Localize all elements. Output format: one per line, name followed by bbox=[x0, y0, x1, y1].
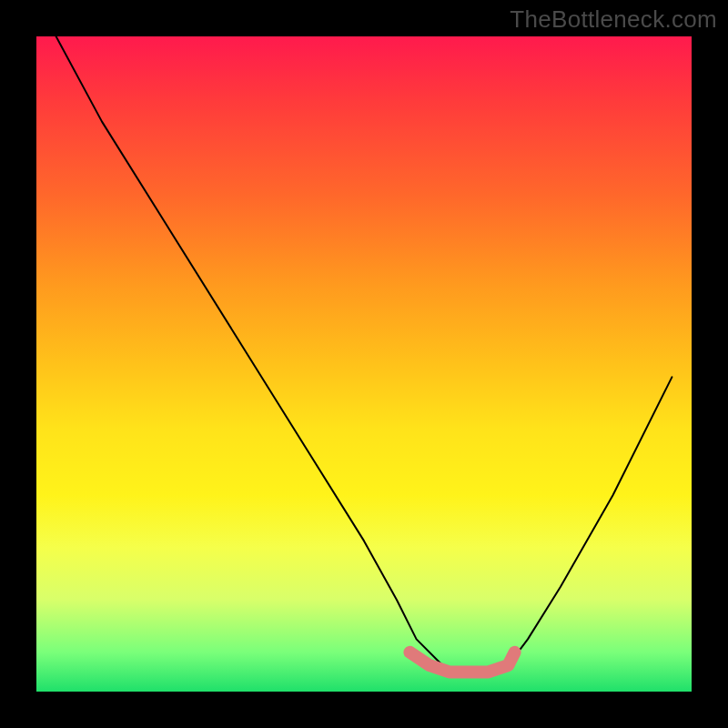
watermark-text: TheBottleneck.com bbox=[510, 5, 717, 34]
series-optimal-zone-marker bbox=[410, 652, 514, 672]
chart-svg bbox=[36, 36, 692, 692]
series-bottleneck-curve bbox=[56, 36, 672, 672]
series-group bbox=[56, 36, 672, 672]
chart-frame: TheBottleneck.com bbox=[0, 0, 728, 728]
plot-area bbox=[36, 36, 692, 692]
